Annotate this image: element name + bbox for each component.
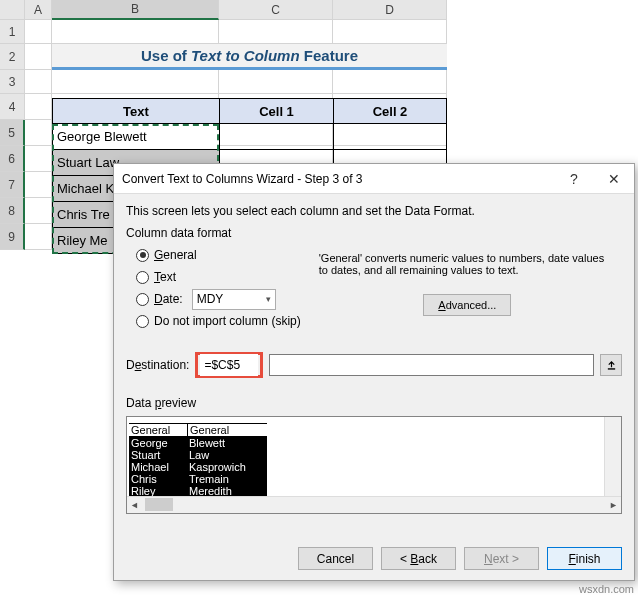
row-header-4[interactable]: 4 bbox=[0, 94, 25, 120]
preview-scrollbar-horizontal[interactable]: ◄ ► bbox=[127, 496, 621, 513]
help-button[interactable]: ? bbox=[554, 164, 594, 194]
scroll-thumb[interactable] bbox=[145, 498, 173, 511]
radio-icon bbox=[136, 315, 149, 328]
col-header-c[interactable]: C bbox=[219, 0, 333, 20]
title-italic: Text to Column bbox=[191, 47, 300, 64]
cell[interactable] bbox=[25, 224, 52, 250]
scroll-left-icon[interactable]: ◄ bbox=[130, 500, 139, 510]
cancel-button[interactable]: Cancel bbox=[298, 547, 373, 570]
dialog-title: Convert Text to Columns Wizard - Step 3 … bbox=[122, 172, 554, 186]
finish-button[interactable]: Finish bbox=[547, 547, 622, 570]
collapse-icon bbox=[606, 360, 617, 371]
header-text[interactable]: Text bbox=[52, 98, 219, 124]
instruction-text: This screen lets you select each column … bbox=[126, 204, 622, 218]
row-header-7[interactable]: 7 bbox=[0, 172, 25, 198]
row-header-9[interactable]: 9 bbox=[0, 224, 25, 250]
cell[interactable] bbox=[25, 146, 52, 172]
text-to-columns-dialog: Convert Text to Columns Wizard - Step 3 … bbox=[113, 163, 635, 581]
radio-label: Date: bbox=[154, 292, 183, 306]
title-merged-cell[interactable]: Use of Text to Column Feature bbox=[52, 44, 447, 70]
preview-row[interactable]: MichaelKasprowich bbox=[129, 461, 619, 473]
header-cell1[interactable]: Cell 1 bbox=[219, 98, 333, 124]
data-cell[interactable] bbox=[333, 124, 447, 150]
destination-value-emphasis: =$C$5 bbox=[200, 354, 258, 376]
radio-label: General bbox=[154, 248, 197, 262]
preview-row[interactable]: StuartLaw bbox=[129, 449, 619, 461]
watermark-text: wsxdn.com bbox=[579, 583, 634, 595]
data-cell[interactable] bbox=[219, 124, 333, 150]
radio-label: Do not import column (skip) bbox=[154, 314, 301, 328]
row-header-6[interactable]: 6 bbox=[0, 146, 25, 172]
radio-text[interactable]: Text bbox=[136, 266, 301, 288]
next-button[interactable]: Next > bbox=[464, 547, 539, 570]
cell[interactable] bbox=[25, 94, 52, 120]
header-cell2[interactable]: Cell 2 bbox=[333, 98, 447, 124]
close-button[interactable]: ✕ bbox=[594, 164, 634, 194]
column-headers: A B C D bbox=[0, 0, 447, 20]
cell[interactable] bbox=[52, 20, 219, 44]
row-header-1[interactable]: 1 bbox=[0, 20, 25, 44]
cell[interactable] bbox=[25, 198, 52, 224]
data-preview-box[interactable]: GeneralGeneral GeorgeBlewett StuartLaw M… bbox=[126, 416, 622, 514]
radio-icon bbox=[136, 293, 149, 306]
preview-header-row: GeneralGeneral bbox=[129, 423, 619, 437]
radio-skip[interactable]: Do not import column (skip) bbox=[136, 310, 301, 332]
cell[interactable] bbox=[333, 70, 447, 94]
title-suffix: Feature bbox=[304, 47, 358, 64]
preview-label: Data preview bbox=[126, 396, 622, 410]
date-value: MDY bbox=[197, 292, 224, 306]
format-group-label: Column data format bbox=[126, 226, 231, 240]
cell[interactable] bbox=[25, 44, 52, 70]
row-header-8[interactable]: 8 bbox=[0, 198, 25, 224]
radio-icon bbox=[136, 271, 149, 284]
cell[interactable] bbox=[333, 20, 447, 44]
preview-row[interactable]: ChrisTremain bbox=[129, 473, 619, 485]
chevron-down-icon: ▾ bbox=[266, 294, 271, 304]
svg-rect-0 bbox=[607, 368, 614, 369]
cell[interactable] bbox=[25, 172, 52, 198]
cell[interactable] bbox=[25, 70, 52, 94]
back-button[interactable]: < Back bbox=[381, 547, 456, 570]
destination-label: Destination: bbox=[126, 358, 189, 372]
row-header-3[interactable]: 3 bbox=[0, 70, 25, 94]
scroll-right-icon[interactable]: ► bbox=[609, 500, 618, 510]
title-prefix: Use of bbox=[141, 47, 187, 64]
cell[interactable] bbox=[25, 120, 52, 146]
cell[interactable] bbox=[25, 20, 52, 44]
col-header-a[interactable]: A bbox=[25, 0, 52, 20]
row-header-2[interactable]: 2 bbox=[0, 44, 25, 70]
radio-date[interactable]: Date: MDY▾ bbox=[136, 288, 301, 310]
cell[interactable] bbox=[219, 70, 333, 94]
col-header-d[interactable]: D bbox=[333, 0, 447, 20]
cell[interactable] bbox=[52, 70, 219, 94]
col-header-b[interactable]: B bbox=[52, 0, 219, 20]
dialog-titlebar[interactable]: Convert Text to Columns Wizard - Step 3 … bbox=[114, 164, 634, 194]
cell[interactable] bbox=[219, 20, 333, 44]
format-description: 'General' converts numeric values to num… bbox=[319, 252, 616, 276]
collapse-dialog-button[interactable] bbox=[600, 354, 622, 376]
data-cell[interactable]: George Blewett bbox=[52, 124, 219, 150]
destination-input[interactable] bbox=[269, 354, 594, 376]
destination-highlight: =$C$5 bbox=[195, 352, 263, 378]
radio-icon bbox=[136, 249, 149, 262]
advanced-button[interactable]: Advanced... bbox=[423, 294, 511, 316]
row-headers: 1 2 3 4 5 6 7 8 9 bbox=[0, 20, 25, 250]
date-format-select[interactable]: MDY▾ bbox=[192, 289, 276, 310]
preview-scrollbar-vertical[interactable] bbox=[604, 417, 621, 496]
preview-row[interactable]: GeorgeBlewett bbox=[129, 437, 619, 449]
select-all-corner[interactable] bbox=[0, 0, 25, 20]
radio-general[interactable]: General bbox=[136, 244, 301, 266]
radio-label: Text bbox=[154, 270, 176, 284]
row-header-5[interactable]: 5 bbox=[0, 120, 25, 146]
